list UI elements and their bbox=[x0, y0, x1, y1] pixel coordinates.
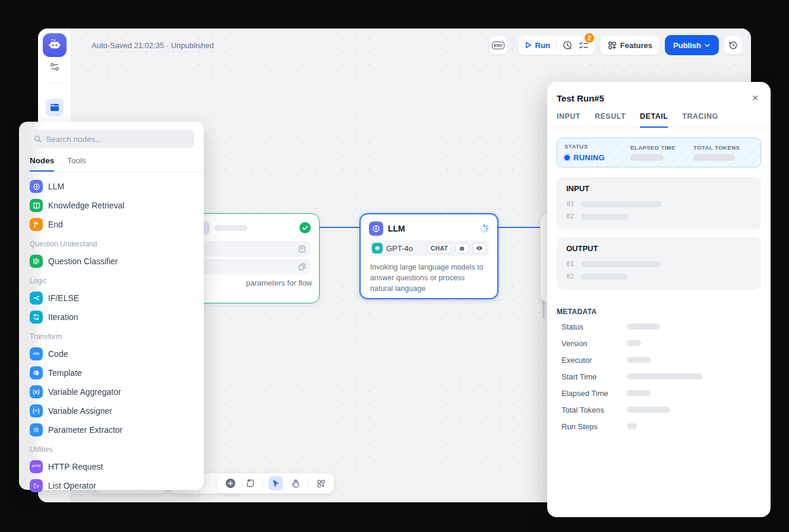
node-item-if-else[interactable]: IF/ELSE bbox=[24, 289, 199, 308]
pointer-mode-button[interactable] bbox=[269, 476, 283, 490]
loading-spinner-icon bbox=[479, 224, 489, 233]
run-panel-tabs: INPUT RESULT DETAIL TRACING bbox=[547, 110, 771, 128]
node-item-variable-assigner[interactable]: {=} Variable Assigner bbox=[24, 401, 199, 420]
copy-icon bbox=[298, 263, 306, 271]
close-icon[interactable]: ✕ bbox=[749, 92, 761, 104]
meta-row-run-steps: Run Steps bbox=[547, 418, 771, 435]
tab-tools[interactable]: Tools bbox=[67, 156, 86, 172]
meta-row-total-tokens: Total Tokens bbox=[547, 401, 771, 418]
env-button[interactable]: ENV bbox=[489, 36, 508, 55]
node-item-http-request[interactable]: HTTP HTTP Request bbox=[24, 457, 199, 476]
llm-node[interactable]: LLM ❋ GPT-4o CHAT Invoking large languag… bbox=[359, 213, 498, 299]
search-icon bbox=[34, 135, 42, 143]
node-item-list-operator[interactable]: List Operator bbox=[24, 476, 199, 495]
edge-start-llm bbox=[320, 227, 359, 228]
topbar-actions: ENV Run 2 Features Publish bbox=[489, 35, 743, 55]
if-else-icon bbox=[30, 292, 43, 305]
meta-row-start-time: Start Time bbox=[547, 368, 771, 385]
test-run-panel: Test Run#5 ✕ INPUT RESULT DETAIL TRACING… bbox=[547, 82, 771, 517]
model-selector[interactable]: ❋ GPT-4o CHAT bbox=[369, 240, 489, 256]
play-icon bbox=[525, 42, 532, 49]
question-classifier-icon bbox=[30, 255, 43, 268]
meta-row-status: Status bbox=[547, 318, 771, 335]
node-item-code[interactable]: </> Code bbox=[24, 344, 199, 363]
iteration-icon bbox=[30, 311, 43, 324]
checklist-count-badge: 2 bbox=[584, 33, 595, 43]
chevron-down-icon bbox=[704, 42, 711, 49]
status-value: RUNING bbox=[564, 153, 630, 162]
node-panel-tabs: Nodes Tools bbox=[19, 148, 204, 172]
search-input[interactable] bbox=[46, 135, 189, 144]
success-check-icon bbox=[299, 222, 311, 233]
section-transform: Transform bbox=[24, 327, 199, 344]
total-tokens-label: TOTAL TOKENS bbox=[693, 144, 753, 151]
elapsed-time-label: ELAPSED TIME bbox=[630, 144, 693, 151]
robot-icon bbox=[459, 245, 465, 252]
run-button[interactable]: Run bbox=[525, 41, 550, 50]
tab-input[interactable]: INPUT bbox=[557, 112, 580, 128]
chat-badge: CHAT bbox=[427, 243, 452, 254]
search-box[interactable] bbox=[29, 130, 194, 148]
tab-nodes[interactable]: Nodes bbox=[30, 156, 54, 172]
node-item-variable-aggregator[interactable]: {x} Variable Aggregator bbox=[24, 382, 199, 401]
run-history-button[interactable] bbox=[563, 40, 573, 50]
clock-play-icon bbox=[563, 40, 573, 50]
llm-icon bbox=[369, 221, 383, 236]
tab-tracing[interactable]: TRACING bbox=[682, 112, 718, 128]
node-item-question-classifier[interactable]: Question Classifier bbox=[24, 252, 199, 271]
edge-llm-end bbox=[498, 227, 540, 228]
tab-detail[interactable]: DETAIL bbox=[640, 112, 668, 128]
tab-result[interactable]: RESULT bbox=[595, 112, 626, 128]
metadata-title: METADATA bbox=[547, 297, 771, 318]
start-field-row[interactable] bbox=[197, 241, 311, 256]
node-item-iteration[interactable]: Iteration bbox=[24, 308, 199, 327]
autosave-status: Auto-Saved 21:02:35 · Unpublished bbox=[91, 41, 214, 50]
output-card: OUTPUT 01 02 bbox=[557, 237, 761, 290]
version-history-button[interactable] bbox=[724, 36, 743, 55]
list-operator-icon bbox=[30, 479, 43, 492]
input-card: INPUT 01 02 bbox=[557, 177, 761, 230]
variable-assigner-icon: {=} bbox=[30, 404, 43, 417]
features-button[interactable]: Features bbox=[600, 35, 660, 55]
parameter-extractor-icon bbox=[30, 423, 43, 436]
node-item-end[interactable]: End bbox=[24, 215, 199, 234]
end-icon bbox=[30, 218, 43, 231]
eye-icon bbox=[476, 245, 483, 252]
node-item-parameter-extractor[interactable]: Parameter Extractor bbox=[24, 420, 199, 439]
panel-title: Test Run#5 bbox=[557, 93, 604, 103]
app-logo-icon[interactable] bbox=[43, 33, 67, 57]
llm-icon bbox=[30, 180, 43, 193]
meta-row-elapsed-time: Elapsed Time bbox=[547, 385, 771, 401]
section-utilities: Utilities bbox=[24, 439, 199, 457]
agent-badge bbox=[455, 243, 469, 254]
node-search-panel: Nodes Tools LLM Knowledge Retrieval End … bbox=[19, 122, 204, 490]
model-name: GPT-4o bbox=[386, 244, 424, 253]
llm-node-description: Invoking large language models to answer… bbox=[361, 256, 497, 294]
node-item-knowledge-retrieval[interactable]: Knowledge Retrieval bbox=[24, 196, 199, 215]
start-field-row[interactable] bbox=[197, 259, 311, 274]
history-icon bbox=[728, 40, 738, 50]
llm-node-title: LLM bbox=[388, 224, 475, 233]
section-logic: Logic bbox=[24, 271, 199, 289]
features-icon bbox=[608, 41, 617, 50]
section-question-understand: Question Understand bbox=[24, 234, 199, 252]
settings-sliders-icon[interactable] bbox=[49, 62, 61, 72]
publish-button[interactable]: Publish bbox=[665, 35, 719, 55]
node-item-template[interactable]: Template bbox=[24, 363, 199, 382]
add-note-button[interactable] bbox=[243, 476, 257, 490]
start-node[interactable]: parameters for flow bbox=[188, 213, 320, 303]
orchestrate-view-button[interactable] bbox=[46, 99, 64, 116]
template-icon bbox=[30, 366, 43, 379]
code-icon: </> bbox=[30, 347, 43, 360]
checklist-button[interactable]: 2 bbox=[579, 41, 589, 50]
total-tokens-skeleton bbox=[693, 154, 735, 161]
status-dot-icon bbox=[564, 155, 570, 160]
variable-aggregator-icon: {x} bbox=[30, 385, 43, 398]
add-node-button[interactable] bbox=[223, 476, 238, 490]
start-node-description: parameters for flow bbox=[246, 277, 365, 289]
organize-nodes-button[interactable] bbox=[314, 476, 328, 490]
hand-mode-button[interactable] bbox=[288, 476, 302, 490]
node-item-llm[interactable]: LLM bbox=[24, 177, 199, 196]
status-label: STATUS bbox=[564, 143, 630, 150]
knowledge-retrieval-icon bbox=[30, 199, 43, 212]
